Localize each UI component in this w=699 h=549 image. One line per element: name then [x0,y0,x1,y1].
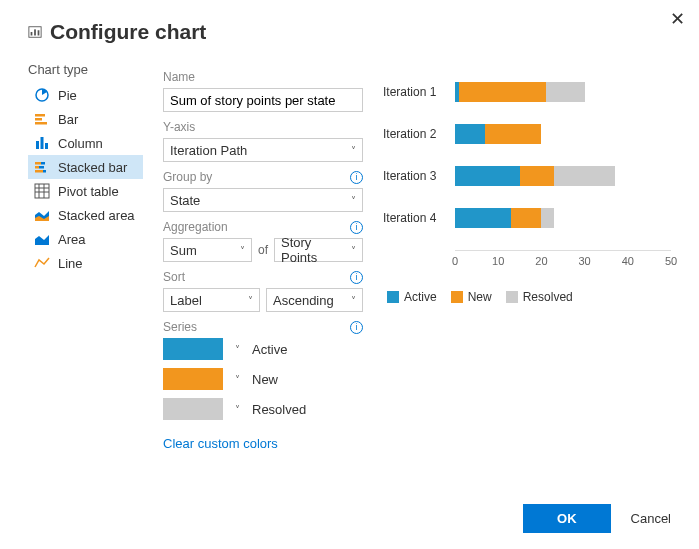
color-swatch[interactable] [163,338,223,360]
bar-segment [511,208,541,228]
info-icon[interactable]: i [350,321,363,334]
aggregation-fn-select[interactable]: Sum˅ [163,238,252,262]
chart-type-label: Pivot table [58,184,119,199]
chart-type-label: Area [58,232,85,247]
bar-row: Iteration 3 [383,166,671,186]
chart-type-label: Chart type [28,62,143,77]
bar-row: Iteration 2 [383,124,671,144]
legend-item: Active [387,290,437,304]
bar-category-label: Iteration 2 [383,127,455,141]
chart-type-stacked-bar[interactable]: Stacked bar [28,155,143,179]
svg-rect-12 [41,162,45,165]
aggregation-label: Aggregation [163,220,228,234]
svg-rect-6 [35,118,42,121]
sort-label: Sort [163,270,185,284]
chart-type-stacked-area[interactable]: Stacked area [28,203,143,227]
axis-tick: 20 [535,255,547,267]
legend-item: New [451,290,492,304]
chart-type-line[interactable]: Line [28,251,143,275]
aggregation-field-select[interactable]: Story Points˅ [274,238,363,262]
chevron-down-icon: ˅ [351,195,356,206]
chevron-down-icon: ˅ [351,245,356,256]
svg-rect-17 [35,184,49,198]
svg-rect-11 [35,162,41,165]
dialog-title: Configure chart [50,20,206,44]
of-label: of [258,243,268,257]
svg-rect-5 [35,114,45,117]
axis-tick: 50 [665,255,677,267]
chart-preview: Iteration 1Iteration 2Iteration 3Iterati… [383,62,671,451]
series-name: New [252,372,278,387]
chevron-down-icon[interactable]: ˅ [235,404,240,415]
color-swatch[interactable] [163,368,223,390]
yaxis-label: Y-axis [163,120,195,134]
chart-type-bar[interactable]: Bar [28,107,143,131]
chevron-down-icon: ˅ [248,295,253,306]
chart-type-pivot-table[interactable]: Pivot table [28,179,143,203]
bar-segment [459,82,545,102]
chart-type-label: Bar [58,112,78,127]
series-label: Series [163,320,197,334]
yaxis-select[interactable]: Iteration Path˅ [163,138,363,162]
chevron-down-icon: ˅ [240,245,245,256]
info-icon[interactable]: i [350,271,363,284]
chart-type-area[interactable]: Area [28,227,143,251]
cancel-button[interactable]: Cancel [631,511,671,526]
chart-type-label: Pie [58,88,77,103]
bar-segment [455,124,485,144]
bar-row: Iteration 1 [383,82,671,102]
legend-label: New [468,290,492,304]
name-label: Name [163,70,363,84]
pie-icon [34,87,50,103]
info-icon[interactable]: i [350,171,363,184]
axis-tick: 30 [578,255,590,267]
ok-button[interactable]: OK [523,504,611,533]
area-icon [34,231,50,247]
bar-icon [34,111,50,127]
bar-segment [520,166,555,186]
series-row: ˅New [163,368,363,390]
name-input[interactable] [163,88,363,112]
svg-rect-8 [36,141,39,149]
svg-rect-16 [43,170,46,173]
bar-segment [455,166,520,186]
svg-rect-10 [45,143,48,149]
groupby-label: Group by [163,170,212,184]
clear-colors-link[interactable]: Clear custom colors [163,436,278,451]
series-row: ˅Resolved [163,398,363,420]
legend-item: Resolved [506,290,573,304]
chevron-down-icon[interactable]: ˅ [235,374,240,385]
sort-by-select[interactable]: Label˅ [163,288,260,312]
sort-dir-select[interactable]: Ascending˅ [266,288,363,312]
chevron-down-icon: ˅ [351,145,356,156]
svg-rect-14 [39,166,44,169]
chevron-down-icon[interactable]: ˅ [235,344,240,355]
chart-type-label: Column [58,136,103,151]
chart-type-pie[interactable]: Pie [28,83,143,107]
chart-type-label: Line [58,256,83,271]
bar-segment [455,208,511,228]
svg-rect-2 [34,29,36,35]
chart-type-column[interactable]: Column [28,131,143,155]
svg-rect-13 [35,166,39,169]
bar-segment [554,166,614,186]
close-button[interactable]: ✕ [670,8,685,30]
stacked-bar-icon [34,159,50,175]
bar-row: Iteration 4 [383,208,671,228]
bar-category-label: Iteration 4 [383,211,455,225]
legend-swatch [387,291,399,303]
svg-rect-15 [35,170,43,173]
info-icon[interactable]: i [350,221,363,234]
chart-type-label: Stacked bar [58,160,127,175]
groupby-select[interactable]: State˅ [163,188,363,212]
bar-segment [541,208,554,228]
chart-type-label: Stacked area [58,208,135,223]
color-swatch[interactable] [163,398,223,420]
chevron-down-icon: ˅ [351,295,356,306]
legend-label: Resolved [523,290,573,304]
pivot-table-icon [34,183,50,199]
bar-category-label: Iteration 3 [383,169,455,183]
bar-category-label: Iteration 1 [383,85,455,99]
legend-swatch [506,291,518,303]
axis-tick: 10 [492,255,504,267]
